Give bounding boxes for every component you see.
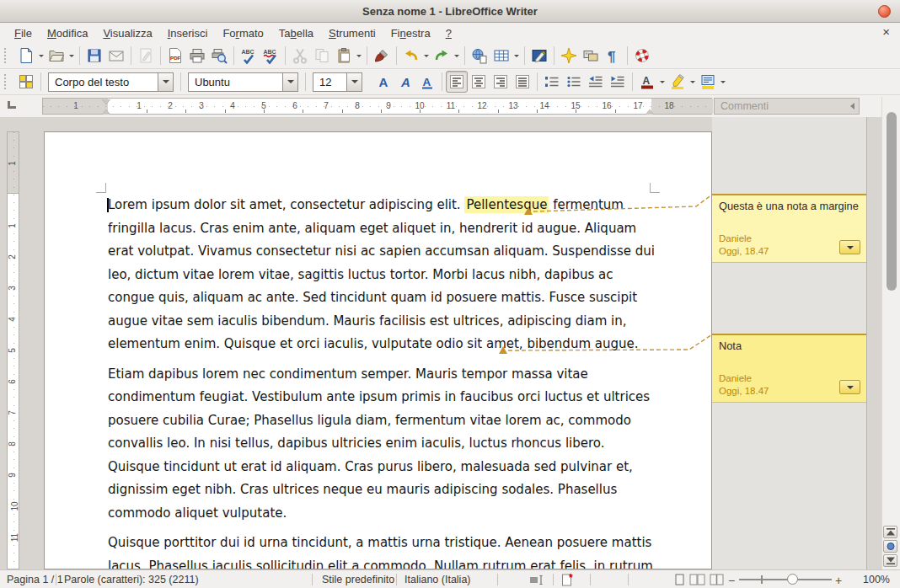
status-page-style[interactable]: Stile predefinito	[322, 574, 394, 585]
unordered-list-button[interactable]	[563, 71, 585, 93]
navigation-button[interactable]	[883, 540, 897, 553]
selection-mode-indicator[interactable]	[529, 575, 545, 588]
zoom-slider[interactable]	[739, 579, 832, 580]
auto-spellcheck-button[interactable]: ABC	[260, 45, 281, 67]
zoom-level[interactable]: 100%	[863, 574, 890, 585]
redo-button[interactable]	[431, 45, 453, 67]
spellcheck-button[interactable]: ABC	[238, 45, 260, 67]
save-button[interactable]	[83, 45, 105, 67]
open-button[interactable]	[46, 45, 67, 67]
edit-mode-button[interactable]	[135, 45, 157, 67]
toolbar-grip[interactable]	[4, 48, 12, 63]
redo-dropdown[interactable]	[453, 45, 461, 67]
align-right-button[interactable]	[490, 71, 512, 93]
zoom-slider-knob[interactable]	[787, 574, 798, 585]
navigator-button[interactable]	[558, 45, 580, 67]
font-size-combo[interactable]: 12	[313, 72, 362, 92]
open-dropdown[interactable]	[67, 45, 76, 67]
window-close-button[interactable]	[878, 5, 891, 18]
align-justify-button[interactable]	[512, 71, 533, 93]
insert-table-dropdown[interactable]	[512, 45, 521, 67]
previous-page-button[interactable]	[883, 526, 897, 538]
background-color-dropdown[interactable]	[719, 71, 727, 93]
menu-file[interactable]: File	[7, 24, 40, 42]
font-size-value[interactable]: 12	[313, 72, 346, 92]
new-document-dropdown[interactable]	[37, 45, 46, 67]
clone-formatting-button[interactable]	[371, 45, 393, 67]
menu-finestra[interactable]: Finestra	[383, 24, 438, 42]
right-indent-marker[interactable]	[646, 105, 654, 115]
styles-panel-button[interactable]	[15, 71, 37, 93]
comment-anchor-highlight[interactable]: Pellentesque	[464, 196, 549, 213]
view-single-page-button[interactable]	[674, 574, 685, 588]
help-button[interactable]	[631, 45, 653, 67]
menu-modifica[interactable]: Modifica	[40, 24, 95, 42]
menu-formato[interactable]: Formato	[215, 24, 271, 42]
document-text[interactable]: Lorem ipsum dolor sit amet, consectetur …	[108, 194, 656, 569]
left-indent-marker[interactable]	[102, 105, 110, 115]
align-left-button[interactable]	[446, 71, 468, 93]
new-document-button[interactable]	[15, 45, 37, 67]
cut-button[interactable]	[289, 45, 311, 67]
comments-ruler-button[interactable]: Commenti	[714, 98, 860, 115]
comment-menu-button[interactable]	[839, 240, 860, 254]
document-modified-indicator[interactable]: *	[561, 574, 575, 588]
paragraph-style-value[interactable]: Corpo del testo	[48, 72, 158, 92]
horizontal-ruler[interactable]: 1 123456789101112131415161718	[42, 98, 712, 115]
paragraph-3[interactable]: Quisque porttitor dui id urna tincidunt,…	[108, 532, 656, 569]
comment-2[interactable]: Nota Daniele Oggi, 18.47	[712, 334, 866, 403]
print-preview-button[interactable]	[208, 45, 230, 67]
italic-button[interactable]: A	[394, 71, 416, 93]
decrease-indent-button[interactable]	[585, 71, 607, 93]
paragraph-style-dropdown[interactable]	[158, 72, 174, 92]
font-name-combo[interactable]: Ubuntu	[188, 72, 298, 92]
comment-1[interactable]: Questa è una nota a margine Daniele Oggi…	[712, 194, 866, 263]
font-color-button[interactable]: A	[636, 71, 658, 93]
paragraph-2[interactable]: Etiam dapibus lorem nec condimentum semp…	[108, 363, 656, 526]
menu-inserisci[interactable]: Inserisci	[160, 24, 216, 42]
font-name-value[interactable]: Ubuntu	[188, 72, 282, 92]
highlighting-button[interactable]	[667, 71, 688, 93]
ordered-list-button[interactable]	[541, 71, 563, 93]
vertical-scrollbar[interactable]	[881, 97, 900, 569]
background-color-button[interactable]	[697, 71, 719, 93]
font-size-dropdown[interactable]	[346, 72, 362, 92]
paste-dropdown[interactable]	[355, 45, 363, 67]
view-multi-page-button[interactable]	[689, 574, 705, 588]
undo-button[interactable]	[400, 45, 422, 67]
align-center-button[interactable]	[468, 71, 490, 93]
formatting-marks-button[interactable]: ¶	[602, 45, 624, 67]
zoom-out-button[interactable]: −	[728, 574, 735, 587]
highlighting-dropdown[interactable]	[688, 71, 697, 93]
tab-stop-selector[interactable]	[8, 101, 16, 109]
status-language[interactable]: Italiano (Italia)	[404, 574, 471, 585]
increase-indent-button[interactable]	[607, 71, 629, 93]
draw-functions-button[interactable]	[528, 45, 550, 67]
scrollbar-thumb[interactable]	[887, 112, 897, 291]
undo-dropdown[interactable]	[422, 45, 431, 67]
paste-button[interactable]	[333, 45, 355, 67]
menubar-close-icon[interactable]: ×	[882, 24, 890, 39]
hyperlink-button[interactable]	[469, 45, 490, 67]
font-name-dropdown[interactable]	[282, 72, 298, 92]
font-color-dropdown[interactable]	[658, 71, 667, 93]
status-page-number[interactable]: Pagina 1 / 1	[7, 574, 63, 585]
comment-text[interactable]: Nota	[719, 339, 860, 352]
insert-table-button[interactable]	[490, 45, 512, 67]
menu-tabella[interactable]: Tabella	[271, 24, 321, 42]
menu-strumenti[interactable]: Strumenti	[321, 24, 383, 42]
print-button[interactable]	[186, 45, 208, 67]
menu-help[interactable]: ?	[438, 24, 459, 42]
paragraph-1[interactable]: Lorem ipsum dolor sit amet, consectetur …	[108, 194, 656, 356]
status-word-count[interactable]: Parole (caratteri): 325 (2211)	[64, 574, 199, 585]
comment-menu-button[interactable]	[839, 380, 860, 394]
page[interactable]: Lorem ipsum dolor sit amet, consectetur …	[44, 131, 712, 569]
view-book-button[interactable]	[710, 574, 724, 588]
toolbar-grip[interactable]	[4, 74, 12, 89]
comment-text[interactable]: Questa è una nota a margine	[719, 200, 860, 212]
underline-button[interactable]: A	[416, 71, 438, 93]
next-page-button[interactable]	[883, 554, 897, 567]
copy-button[interactable]	[311, 45, 333, 67]
vertical-ruler[interactable]: 1 1234567891011	[7, 131, 19, 569]
bold-button[interactable]: A	[372, 71, 394, 93]
